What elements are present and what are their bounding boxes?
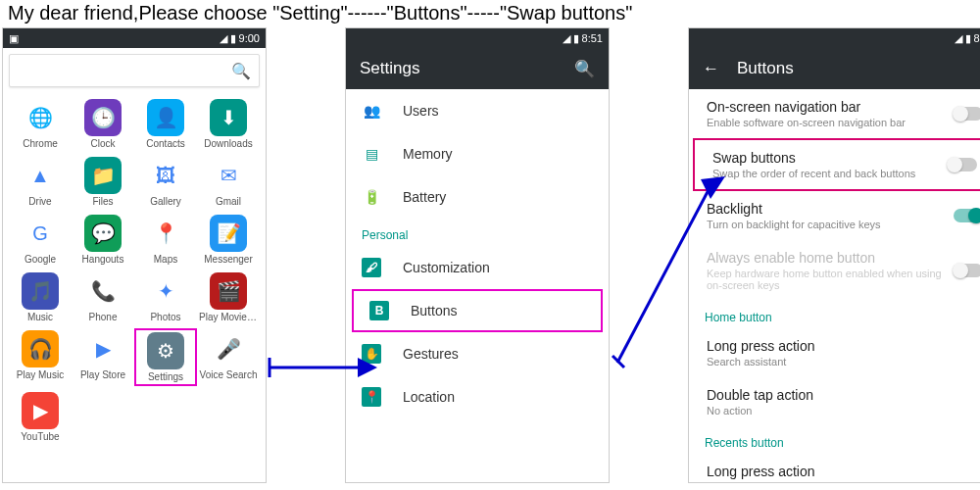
clock-text: 8:51 [582,32,603,44]
settings-item-label: Users [403,103,439,119]
app-google[interactable]: GGoogle [9,213,72,267]
settings-item-label: Location [403,389,455,405]
app-drive[interactable]: ▲Drive [9,155,72,209]
pref-subtitle: Search assistant [707,356,980,368]
settings-item-label: Customization [403,260,490,275]
app-icon: 📍 [147,215,184,252]
app-play-music[interactable]: 🎧Play Music [9,328,72,386]
app-settings[interactable]: ⚙Settings [134,328,197,386]
toggle-switch[interactable] [948,158,977,172]
pref-title: Backlight [707,201,954,217]
app-photos[interactable]: ✦Photos [134,270,197,324]
instruction-text: My dear friend,Please choose "Setting"--… [0,0,980,26]
settings-item-location[interactable]: 📍Location [346,375,609,418]
app-icon: 🎵 [22,272,59,310]
app-label: Chrome [11,138,70,149]
pref-title: Double tap action [707,387,980,403]
settings-item-memory[interactable]: ▤Memory [346,132,609,175]
app-clock[interactable]: 🕒Clock [72,97,134,151]
pref-always-enable-home-button: Always enable home buttonKeep hardware h… [689,240,980,301]
settings-item-icon: B [369,301,389,320]
pref-title: Long press action [707,464,980,479]
preferences-list: On-screen navigation barEnable software … [689,89,980,482]
app-label: YouTube [11,431,70,442]
app-icon: ✉ [210,157,247,194]
settings-item-buttons[interactable]: BButtons [352,289,603,332]
app-play-movies-&[interactable]: 🎬Play Movies & [197,270,260,324]
app-music[interactable]: 🎵Music [9,270,72,324]
app-label: Drive [11,196,70,207]
app-label: Play Movies & [199,312,258,322]
clock-text: 8:51 [974,32,980,44]
pref-long-press-action[interactable]: Long press actionSearch assistant [689,328,980,377]
app-icon: ⬇ [210,99,247,136]
back-icon[interactable]: ← [703,59,719,78]
toggle-switch[interactable] [954,107,980,121]
status-bar: ▣ ◢ ▮ 9:00 [3,28,266,48]
app-play-store[interactable]: ▶Play Store [72,328,134,386]
app-phone[interactable]: 📞Phone [72,270,134,324]
app-maps[interactable]: 📍Maps [134,213,197,267]
section-header-personal: Personal [346,219,609,246]
pref-on-screen-navigation-bar[interactable]: On-screen navigation barEnable software … [689,89,980,138]
phone-3-buttons: ◢ ▮ 8:51 ← Buttons On-screen navigation … [688,27,980,483]
status-bar: ◢ ▮ 8:51 [689,28,980,48]
app-hangouts[interactable]: 💬Hangouts [72,213,134,267]
app-gallery[interactable]: 🖼Gallery [134,155,197,209]
app-voice-search[interactable]: 🎤Voice Search [197,328,260,386]
app-icon: ▶ [22,392,59,429]
status-bar: ◢ ▮ 8:51 [346,28,609,48]
signal-icon: ◢ [563,32,570,45]
app-label: Settings [136,371,195,382]
app-gmail[interactable]: ✉Gmail [197,155,260,209]
app-label: Gmail [199,196,258,207]
pref-long-press-action[interactable]: Long press action [689,454,980,482]
battery-icon: ▮ [573,32,579,45]
pref-subtitle: Keep hardware home button enabled when u… [707,268,954,291]
app-label: Play Store [74,369,132,380]
app-icon: 🎬 [210,272,247,310]
app-messenger[interactable]: 📝Messenger [197,213,260,267]
screenshot-icon: ▣ [9,32,19,45]
app-icon: ▶ [84,330,122,368]
toggle-switch[interactable] [954,209,980,222]
search-icon[interactable]: 🔍 [574,59,595,79]
app-downloads[interactable]: ⬇Downloads [197,97,260,151]
app-label: Play Music [11,369,70,380]
settings-item-label: Gestures [403,346,459,362]
pref-title: On-screen navigation bar [707,99,954,115]
app-label: Clock [74,138,132,149]
pref-swap-buttons[interactable]: Swap buttonsSwap the order of recent and… [693,138,980,191]
app-files[interactable]: 📁Files [72,155,134,209]
app-contacts[interactable]: 👤Contacts [134,97,197,151]
app-label: Files [74,196,132,207]
app-bar: ← Buttons [689,48,980,89]
page-title: Buttons [737,59,980,78]
settings-item-battery[interactable]: 🔋Battery [346,175,609,219]
app-label: Music [11,312,70,322]
app-icon: 📁 [84,157,122,194]
settings-item-icon: 📍 [362,387,381,407]
app-bar: Settings 🔍 [346,48,609,89]
pref-backlight[interactable]: BacklightTurn on backlight for capacitiv… [689,191,980,240]
settings-item-label: Buttons [411,303,457,318]
app-icon: 🌐 [22,99,59,136]
app-icon: 🕒 [84,99,122,136]
app-chrome[interactable]: 🌐Chrome [9,97,72,151]
pref-title: Always enable home button [707,250,954,266]
signal-icon: ◢ [220,32,227,45]
app-youtube[interactable]: ▶YouTube [9,390,72,444]
toggle-switch [954,264,980,277]
pref-double-tap-action[interactable]: Double tap actionNo action [689,377,980,426]
settings-item-icon: 👥 [362,101,381,121]
app-label: Contacts [136,138,195,149]
app-icon: 💬 [84,215,122,252]
settings-item-customization[interactable]: 🖌Customization [346,246,609,289]
phone-row: ▣ ◢ ▮ 9:00 🔍 🌐Chrome🕒Clock👤Contacts⬇Down… [2,27,980,483]
settings-item-users[interactable]: 👥Users [346,89,609,132]
settings-item-label: Battery [403,189,446,205]
settings-item-gestures[interactable]: ✋Gestures [346,332,609,375]
settings-item-icon: ✋ [362,344,381,364]
app-label: Maps [136,254,195,265]
search-bar[interactable]: 🔍 [9,54,260,87]
